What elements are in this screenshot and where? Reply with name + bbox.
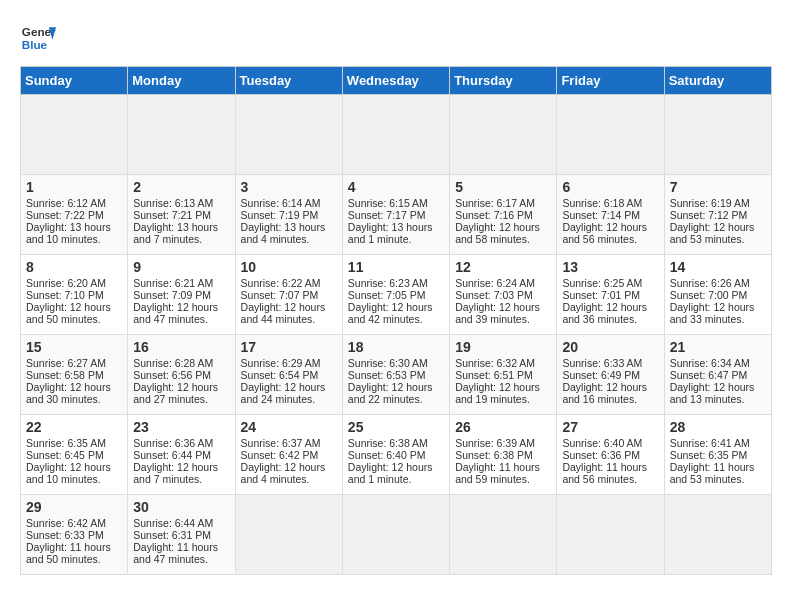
- day-number: 10: [241, 259, 337, 275]
- day-info: and 7 minutes.: [133, 473, 229, 485]
- day-info: and 33 minutes.: [670, 313, 766, 325]
- col-header-sunday: Sunday: [21, 67, 128, 95]
- day-info: Daylight: 13 hours: [241, 221, 337, 233]
- day-info: Sunrise: 6:44 AM: [133, 517, 229, 529]
- day-info: Sunrise: 6:30 AM: [348, 357, 444, 369]
- day-info: and 59 minutes.: [455, 473, 551, 485]
- calendar-cell: 6Sunrise: 6:18 AMSunset: 7:14 PMDaylight…: [557, 175, 664, 255]
- day-info: Sunrise: 6:27 AM: [26, 357, 122, 369]
- day-number: 29: [26, 499, 122, 515]
- col-header-friday: Friday: [557, 67, 664, 95]
- day-info: Sunset: 7:00 PM: [670, 289, 766, 301]
- day-info: Daylight: 12 hours: [348, 301, 444, 313]
- calendar-cell: 18Sunrise: 6:30 AMSunset: 6:53 PMDayligh…: [342, 335, 449, 415]
- day-info: Daylight: 11 hours: [26, 541, 122, 553]
- day-info: Sunset: 6:44 PM: [133, 449, 229, 461]
- day-info: and 22 minutes.: [348, 393, 444, 405]
- day-info: Sunset: 6:31 PM: [133, 529, 229, 541]
- day-info: Sunrise: 6:36 AM: [133, 437, 229, 449]
- day-number: 21: [670, 339, 766, 355]
- day-info: and 13 minutes.: [670, 393, 766, 405]
- day-info: Daylight: 12 hours: [562, 301, 658, 313]
- calendar-cell: [557, 495, 664, 575]
- day-info: Sunset: 6:45 PM: [26, 449, 122, 461]
- day-info: Sunset: 6:33 PM: [26, 529, 122, 541]
- day-info: Sunset: 6:54 PM: [241, 369, 337, 381]
- col-header-monday: Monday: [128, 67, 235, 95]
- day-number: 9: [133, 259, 229, 275]
- calendar-cell: [557, 95, 664, 175]
- day-info: Daylight: 12 hours: [348, 381, 444, 393]
- day-number: 24: [241, 419, 337, 435]
- day-info: Daylight: 12 hours: [455, 301, 551, 313]
- day-info: Sunrise: 6:25 AM: [562, 277, 658, 289]
- calendar-cell: 24Sunrise: 6:37 AMSunset: 6:42 PMDayligh…: [235, 415, 342, 495]
- calendar-cell: [450, 495, 557, 575]
- day-info: and 1 minute.: [348, 473, 444, 485]
- day-info: and 53 minutes.: [670, 473, 766, 485]
- day-info: Daylight: 13 hours: [26, 221, 122, 233]
- day-info: Sunrise: 6:41 AM: [670, 437, 766, 449]
- page-header: General Blue: [20, 20, 772, 56]
- day-number: 27: [562, 419, 658, 435]
- day-info: Daylight: 12 hours: [562, 381, 658, 393]
- day-info: Sunrise: 6:29 AM: [241, 357, 337, 369]
- day-info: and 24 minutes.: [241, 393, 337, 405]
- day-info: Sunset: 6:53 PM: [348, 369, 444, 381]
- day-info: Sunset: 7:10 PM: [26, 289, 122, 301]
- day-number: 3: [241, 179, 337, 195]
- calendar-cell: 17Sunrise: 6:29 AMSunset: 6:54 PMDayligh…: [235, 335, 342, 415]
- day-info: and 53 minutes.: [670, 233, 766, 245]
- day-info: and 36 minutes.: [562, 313, 658, 325]
- day-number: 11: [348, 259, 444, 275]
- day-number: 30: [133, 499, 229, 515]
- day-number: 12: [455, 259, 551, 275]
- day-info: Daylight: 12 hours: [133, 461, 229, 473]
- day-info: Sunrise: 6:38 AM: [348, 437, 444, 449]
- calendar-week-1: 1Sunrise: 6:12 AMSunset: 7:22 PMDaylight…: [21, 175, 772, 255]
- calendar-cell: 21Sunrise: 6:34 AMSunset: 6:47 PMDayligh…: [664, 335, 771, 415]
- calendar-cell: 23Sunrise: 6:36 AMSunset: 6:44 PMDayligh…: [128, 415, 235, 495]
- day-number: 13: [562, 259, 658, 275]
- day-info: Sunset: 6:49 PM: [562, 369, 658, 381]
- day-info: Sunset: 7:05 PM: [348, 289, 444, 301]
- calendar-cell: 10Sunrise: 6:22 AMSunset: 7:07 PMDayligh…: [235, 255, 342, 335]
- day-info: Sunrise: 6:20 AM: [26, 277, 122, 289]
- day-number: 23: [133, 419, 229, 435]
- day-info: Sunset: 7:22 PM: [26, 209, 122, 221]
- calendar-cell: 20Sunrise: 6:33 AMSunset: 6:49 PMDayligh…: [557, 335, 664, 415]
- day-info: Sunset: 7:14 PM: [562, 209, 658, 221]
- day-number: 16: [133, 339, 229, 355]
- day-info: Sunset: 6:35 PM: [670, 449, 766, 461]
- calendar-cell: [235, 95, 342, 175]
- day-info: Sunset: 7:07 PM: [241, 289, 337, 301]
- day-number: 8: [26, 259, 122, 275]
- day-info: and 10 minutes.: [26, 473, 122, 485]
- calendar-week-3: 15Sunrise: 6:27 AMSunset: 6:58 PMDayligh…: [21, 335, 772, 415]
- calendar-cell: 15Sunrise: 6:27 AMSunset: 6:58 PMDayligh…: [21, 335, 128, 415]
- day-number: 22: [26, 419, 122, 435]
- calendar-cell: 11Sunrise: 6:23 AMSunset: 7:05 PMDayligh…: [342, 255, 449, 335]
- day-info: Sunrise: 6:12 AM: [26, 197, 122, 209]
- day-info: Sunset: 7:12 PM: [670, 209, 766, 221]
- calendar-week-0: [21, 95, 772, 175]
- day-info: and 16 minutes.: [562, 393, 658, 405]
- day-info: Sunrise: 6:37 AM: [241, 437, 337, 449]
- calendar-cell: 2Sunrise: 6:13 AMSunset: 7:21 PMDaylight…: [128, 175, 235, 255]
- day-info: Sunrise: 6:32 AM: [455, 357, 551, 369]
- col-header-thursday: Thursday: [450, 67, 557, 95]
- day-info: Daylight: 12 hours: [670, 221, 766, 233]
- day-info: Sunset: 6:51 PM: [455, 369, 551, 381]
- calendar-cell: 25Sunrise: 6:38 AMSunset: 6:40 PMDayligh…: [342, 415, 449, 495]
- calendar-week-2: 8Sunrise: 6:20 AMSunset: 7:10 PMDaylight…: [21, 255, 772, 335]
- calendar-cell: 4Sunrise: 6:15 AMSunset: 7:17 PMDaylight…: [342, 175, 449, 255]
- day-info: Sunset: 7:19 PM: [241, 209, 337, 221]
- day-info: Sunset: 7:17 PM: [348, 209, 444, 221]
- calendar-cell: 1Sunrise: 6:12 AMSunset: 7:22 PMDaylight…: [21, 175, 128, 255]
- calendar-cell: 8Sunrise: 6:20 AMSunset: 7:10 PMDaylight…: [21, 255, 128, 335]
- day-info: Sunrise: 6:13 AM: [133, 197, 229, 209]
- day-info: Sunrise: 6:19 AM: [670, 197, 766, 209]
- day-info: Sunrise: 6:40 AM: [562, 437, 658, 449]
- day-number: 25: [348, 419, 444, 435]
- day-info: Sunset: 6:38 PM: [455, 449, 551, 461]
